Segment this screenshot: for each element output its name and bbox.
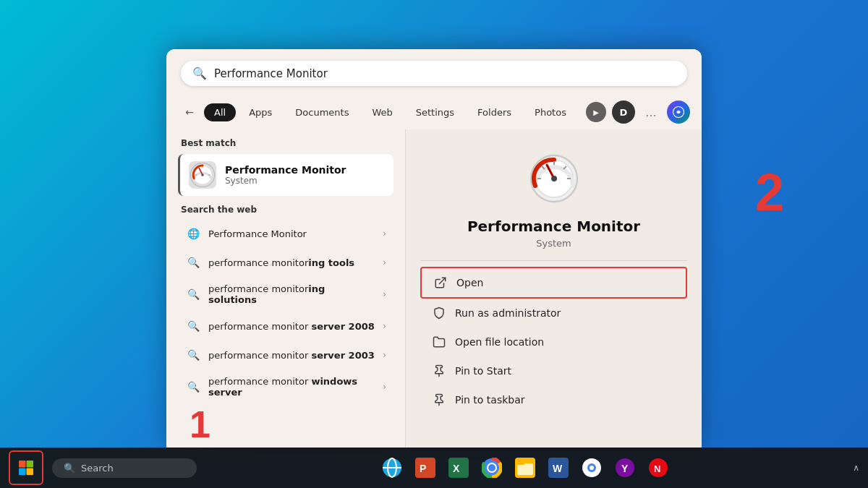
detail-app-sub: System: [536, 238, 571, 249]
best-match-item[interactable]: Performance Monitor System: [178, 154, 393, 196]
taskbar-app-excel[interactable]: X: [444, 453, 473, 482]
action-pin-start[interactable]: Pin to Start: [420, 356, 687, 385]
detail-actions: Open Run as administrator: [420, 267, 687, 414]
taskbar-app-word[interactable]: W: [544, 453, 573, 482]
tab-photos[interactable]: Photos: [524, 103, 576, 121]
search-icon-4: 🔍: [185, 318, 201, 334]
svg-point-4: [201, 174, 204, 176]
folder-icon: [432, 335, 446, 349]
annotation-1: 1: [190, 406, 210, 443]
svg-text:W: W: [553, 463, 563, 474]
taskbar-app-ppt[interactable]: P: [411, 453, 440, 482]
pin-taskbar-icon: [432, 393, 446, 407]
taskbar-show-desktop[interactable]: ∧: [853, 463, 859, 473]
svg-rect-20: [19, 461, 26, 468]
best-match-label: Best match: [178, 138, 393, 148]
best-match-app-name: Performance Monitor: [225, 164, 346, 176]
filter-more-area: ▶ D ...: [586, 100, 690, 124]
search-icon-2: 🔍: [185, 254, 201, 270]
arrow-icon-2: ›: [383, 257, 386, 267]
taskbar-center: P X W: [197, 453, 853, 482]
web-search-label: Search the web: [181, 205, 393, 215]
action-pin-taskbar-label: Pin to taskbar: [455, 394, 525, 406]
tab-settings[interactable]: Settings: [406, 103, 464, 121]
search-icon-6: 🔍: [185, 379, 201, 395]
action-admin-label: Run as administrator: [455, 307, 561, 319]
taskbar: 🔍 Search P X: [0, 448, 868, 488]
svg-text:N: N: [654, 463, 660, 474]
user-avatar[interactable]: D: [612, 100, 635, 124]
tab-all[interactable]: All: [204, 103, 236, 121]
taskbar-search-icon: 🔍: [64, 463, 75, 474]
search-panel: 🔍 Performance Monitor ← All Apps Documen…: [166, 49, 702, 448]
taskbar-right: ∧: [853, 463, 859, 473]
svg-text:X: X: [453, 463, 460, 474]
result-item-4[interactable]: 🔍 performance monitor server 2008 ›: [178, 312, 393, 341]
result-text-5: performance monitor server 2003: [208, 350, 375, 361]
copilot-button[interactable]: [667, 100, 690, 124]
taskbar-app-ie[interactable]: [378, 453, 407, 482]
action-pin-taskbar[interactable]: Pin to taskbar: [420, 385, 687, 414]
action-open-label: Open: [456, 277, 483, 288]
svg-rect-22: [19, 468, 26, 476]
result-text-3: performance monitoring solutions: [208, 283, 375, 305]
results-panel: Best match: [166, 129, 405, 448]
svg-text:Y: Y: [621, 463, 629, 474]
action-open[interactable]: Open: [420, 267, 687, 299]
result-text-1: Performance Monitor: [208, 228, 375, 239]
taskbar-left: 🔍 Search: [9, 450, 197, 485]
detail-app-name: Performance Monitor: [467, 218, 640, 235]
performance-monitor-icon: [189, 161, 216, 189]
taskbar-app-files[interactable]: [511, 453, 540, 482]
result-item-2[interactable]: 🔍 performance monitoring tools ›: [178, 248, 393, 277]
result-item-5[interactable]: 🔍 performance monitor server 2003 ›: [178, 341, 393, 369]
action-file-location[interactable]: Open file location: [420, 328, 687, 356]
result-item-3[interactable]: 🔍 performance monitoring solutions ›: [178, 277, 393, 312]
more-button[interactable]: ...: [641, 102, 661, 122]
svg-point-33: [488, 464, 495, 471]
detail-panel: Performance Monitor System Open: [405, 129, 702, 448]
open-external-icon: [433, 275, 448, 290]
search-icon-3: 🔍: [185, 286, 201, 302]
svg-rect-36: [517, 462, 524, 465]
pin-start-icon: [432, 364, 446, 378]
search-input[interactable]: Performance Monitor: [214, 67, 676, 80]
svg-point-11: [551, 176, 557, 181]
tab-folders[interactable]: Folders: [467, 103, 522, 121]
shield-icon: [432, 306, 446, 320]
best-match-text: Performance Monitor System: [225, 164, 346, 186]
taskbar-search-label: Search: [81, 463, 114, 474]
tab-web[interactable]: Web: [362, 103, 402, 121]
svg-rect-21: [27, 461, 34, 468]
action-file-location-label: Open file location: [455, 336, 544, 348]
action-run-admin[interactable]: Run as administrator: [420, 299, 687, 328]
search-icon: 🔍: [192, 67, 207, 80]
taskbar-app-googlemeet[interactable]: [577, 453, 606, 482]
result-text-6: performance monitor windows server: [208, 376, 375, 398]
svg-line-17: [440, 278, 446, 283]
result-item-1[interactable]: 🌐 Performance Monitor ›: [178, 219, 393, 248]
taskbar-app-n[interactable]: N: [644, 453, 673, 482]
tab-documents[interactable]: Documents: [285, 103, 359, 121]
search-input-wrapper[interactable]: 🔍 Performance Monitor: [181, 61, 687, 86]
detail-app-icon: [525, 150, 583, 207]
result-item-6[interactable]: 🔍 performance monitor windows server ›: [178, 369, 393, 404]
back-button[interactable]: ←: [178, 100, 201, 124]
svg-text:P: P: [420, 463, 426, 474]
filter-tabs: ← All Apps Documents Web Settings Folder…: [166, 95, 702, 129]
arrow-icon-5: ›: [383, 350, 386, 360]
desktop: 2 🔍 Performance Monitor ← All Apps Docum…: [0, 0, 868, 488]
svg-rect-35: [517, 463, 533, 475]
taskbar-search[interactable]: 🔍 Search: [52, 458, 197, 478]
svg-rect-23: [27, 468, 34, 476]
svg-point-41: [590, 466, 594, 470]
tab-apps[interactable]: Apps: [239, 103, 282, 121]
detail-divider: [420, 260, 687, 261]
start-button[interactable]: [9, 450, 43, 485]
best-match-app-sub: System: [225, 176, 346, 186]
annotation-2: 2: [755, 166, 784, 218]
result-text-2: performance monitoring tools: [208, 257, 375, 268]
taskbar-app-chrome[interactable]: [477, 453, 506, 482]
play-button[interactable]: ▶: [586, 102, 606, 122]
taskbar-app-y[interactable]: Y: [610, 453, 639, 482]
